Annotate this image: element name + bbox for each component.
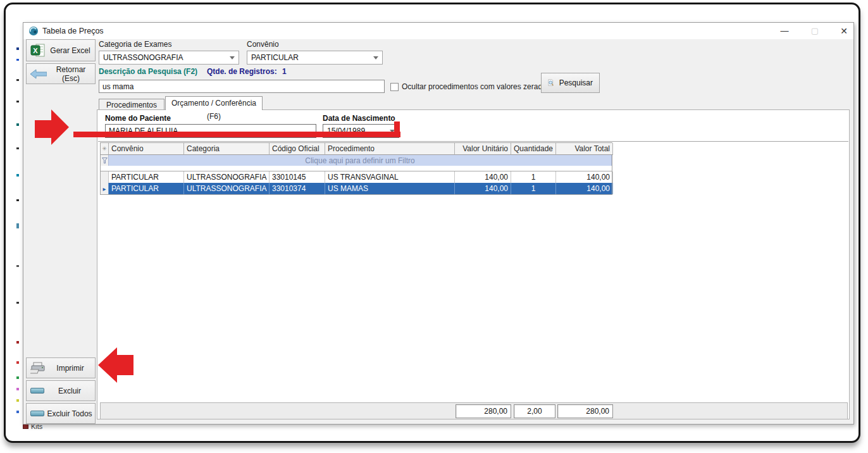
gerar-excel-button[interactable]: X Gerar Excel	[26, 39, 96, 61]
cell-convenio[interactable]: PARTICULAR	[109, 171, 184, 183]
categoria-exames-label: Categoria de Exames	[99, 40, 171, 49]
funnel-icon	[102, 158, 108, 164]
total-quantidade: 2,00	[514, 404, 555, 418]
filter-row-text[interactable]: Clique aqui para definir um Filtro	[109, 155, 612, 166]
cell-quantidade[interactable]: 1	[511, 171, 556, 183]
categoria-exames-value: ULTRASSONOGRAFIA	[103, 53, 183, 62]
grid-header-gutter: ✳	[101, 143, 109, 155]
sliver-mark	[16, 265, 19, 267]
close-button[interactable]: ✕	[833, 23, 855, 39]
qtde-registros-value: 1	[282, 67, 287, 76]
annotation-underline	[73, 132, 400, 137]
column-header-valor-unitario[interactable]: Valor Unitário	[455, 143, 511, 155]
total-valor-total-value: 280,00	[586, 407, 609, 416]
sliver-mark	[16, 376, 19, 379]
cell-procedimento[interactable]: US MAMAS	[325, 183, 455, 194]
grid-new-item-band	[101, 166, 612, 171]
excluir-bar-icon	[30, 388, 44, 394]
cell-quantidade[interactable]: 1	[511, 183, 556, 194]
excluir-label: Excluir	[44, 387, 95, 395]
cell-categoria[interactable]: ULTRASSONOGRAFIA	[184, 183, 270, 194]
convenio-value: PARTICULAR	[251, 53, 299, 62]
grid-footer: 280,00 2,00 280,00	[100, 402, 848, 419]
cell-valor-total[interactable]: 140,00	[556, 171, 613, 183]
printer-icon	[30, 362, 46, 375]
data-nascimento-label: Data de Nascimento	[323, 114, 395, 123]
sliver-mark	[16, 411, 19, 413]
cell-valor-unitario[interactable]: 140,00	[455, 171, 511, 183]
chevron-down-icon	[230, 56, 235, 59]
column-header-convenio[interactable]: Convênio	[109, 143, 184, 155]
sliver-mark	[16, 399, 19, 402]
imprimir-label: Imprimir	[46, 364, 95, 373]
cell-convenio[interactable]: PARTICULAR	[109, 183, 184, 194]
cell-codigo[interactable]: 33010145	[270, 171, 325, 183]
row-gutter	[101, 171, 109, 183]
qtde-registros-label: Qtde. de Registros:	[207, 67, 277, 76]
annotation-arrow-left-icon	[98, 347, 133, 383]
total-valor-unitario-value: 280,00	[484, 407, 507, 416]
tab-orcamento-conferencia[interactable]: Orçamento / Conferência (F6)	[165, 96, 263, 110]
column-header-categoria[interactable]: Categoria	[184, 143, 270, 155]
gerar-excel-label: Gerar Excel	[46, 46, 95, 55]
column-header-procedimento[interactable]: Procedimento	[325, 143, 455, 155]
hide-zero-checkbox-label: Ocultar procedimentos com valores zerado…	[402, 82, 550, 91]
excluir-button[interactable]: Excluir	[26, 380, 96, 401]
annotation-arrow-right-icon	[35, 109, 69, 145]
retornar-button[interactable]: Retornar (Esc)	[26, 63, 96, 84]
excluir-todos-button[interactable]: Excluir Todos	[26, 403, 96, 424]
cell-categoria[interactable]: ULTRASSONOGRAFIA	[184, 171, 270, 183]
sliver-mark	[16, 341, 19, 344]
hide-zero-checkbox[interactable]	[390, 83, 399, 91]
search-document-icon	[548, 75, 554, 90]
sliver-mark	[16, 388, 19, 390]
table-row-selected[interactable]: ▸ PARTICULAR ULTRASSONOGRAFIA 33010374 U…	[101, 183, 612, 194]
sliver-mark	[16, 123, 19, 126]
cell-valor-total[interactable]: 140,00	[556, 183, 613, 194]
row-gutter: ▸	[101, 183, 109, 194]
minimize-button[interactable]: —	[774, 23, 795, 39]
tab-procedimentos[interactable]: Procedimentos (F5)	[99, 99, 164, 110]
cell-procedimento[interactable]: US TRANSVAGINAL	[325, 171, 455, 183]
sliver-mark	[16, 199, 19, 201]
search-input[interactable]: us mama	[99, 80, 385, 93]
maximize-button[interactable]: ▢	[804, 23, 826, 39]
retornar-label: Retornar (Esc)	[47, 65, 95, 83]
excel-icon: X	[30, 43, 46, 58]
chevron-down-icon	[373, 56, 378, 59]
nome-paciente-label: Nome do Paciente	[105, 114, 171, 123]
convenio-select[interactable]: PARTICULAR	[247, 51, 383, 65]
grid-header-row: ✳ Convênio Categoria Código Oficial Proc…	[101, 143, 612, 155]
sliver-mark	[16, 147, 19, 149]
app-window: Tabela de Preços — ▢ ✕ X Gerar Excel	[23, 22, 854, 425]
cell-valor-unitario[interactable]: 140,00	[455, 183, 511, 194]
app-icon	[28, 26, 39, 36]
sliver-mark	[16, 47, 19, 50]
background-window-sliver	[16, 30, 20, 416]
screenshot-stage: Kits Tabela de Preços — ▢ ✕	[0, 0, 868, 453]
column-header-codigo-oficial[interactable]: Código Oficial	[270, 143, 325, 155]
descricao-pesquisa-label: Descrição da Pesquisa (F2)	[99, 67, 197, 76]
table-row[interactable]: PARTICULAR ULTRASSONOGRAFIA 33010145 US …	[101, 171, 612, 183]
imprimir-button[interactable]: Imprimir	[26, 357, 96, 378]
caret-right-icon: ▸	[102, 185, 106, 192]
pesquisar-label: Pesquisar	[559, 78, 593, 87]
cell-codigo[interactable]: 33010374	[270, 183, 325, 194]
tab-content-panel: Nome do Paciente MARIA DE ALELUIA Data d…	[97, 109, 850, 419]
sliver-mark	[16, 302, 19, 304]
column-header-valor-total[interactable]: Valor Total	[556, 143, 613, 155]
convenio-label: Convênio	[247, 40, 279, 49]
title-bar[interactable]: Tabela de Preços — ▢ ✕	[23, 23, 853, 39]
categoria-exames-select[interactable]: ULTRASSONOGRAFIA	[99, 51, 239, 65]
sliver-mark	[16, 101, 19, 102]
column-header-quantidade[interactable]: Quantidade	[511, 143, 556, 155]
sliver-mark	[16, 59, 19, 61]
pesquisar-button[interactable]: Pesquisar	[541, 73, 600, 93]
total-valor-unitario: 280,00	[456, 404, 511, 418]
svg-text:X: X	[33, 47, 38, 54]
annotation-underline-tick	[394, 121, 400, 137]
filter-gutter	[101, 155, 109, 166]
grid-filter-row[interactable]: Clique aqui para definir um Filtro	[101, 155, 612, 166]
asterisk-icon: ✳	[102, 146, 107, 152]
sliver-mark	[16, 174, 19, 177]
